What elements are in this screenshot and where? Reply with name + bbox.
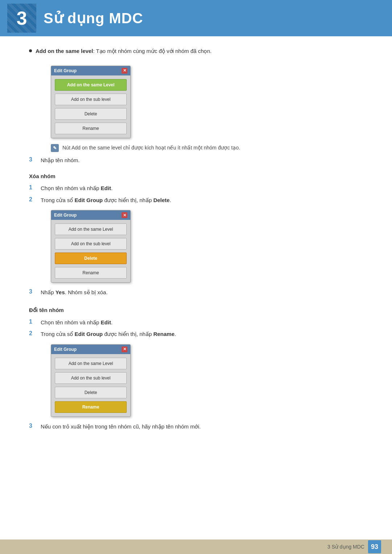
dialog-titlebar-1: Edit Group ✕: [51, 66, 130, 75]
doi-ten-nhom-heading: Đổi tên nhóm: [29, 307, 363, 313]
xoa-step3-number: 3: [29, 288, 36, 295]
btn-add-same-level-3[interactable]: Add on the same Level: [55, 358, 127, 369]
btn-add-same-level-1[interactable]: Add on the same Level: [55, 79, 127, 91]
add-same-level-text: Add on the same level: Tạo một nhóm cùng…: [36, 47, 212, 56]
doi-ten-nhom-section: Đổi tên nhóm 1 Chọn tên nhóm và nhấp Edi…: [29, 307, 363, 431]
doi-step2-bold2: Rename: [153, 331, 174, 337]
footer-label: 3 Sử dụng MDC: [327, 544, 364, 550]
xoa-step1-bold: Edit: [101, 185, 111, 191]
xoa-step3-text: Nhấp Yes. Nhóm sẽ bị xóa.: [41, 288, 108, 297]
btn-rename-2[interactable]: Rename: [55, 267, 127, 279]
step3-text: Nhập tên nhóm.: [41, 156, 79, 165]
edit-group-dialog-2: Edit Group ✕ Add on the same Level Add o…: [51, 210, 131, 283]
footer-section-label: 3 Sử dụng MDC 93: [327, 540, 381, 553]
step3-add-group: 3 Nhập tên nhóm.: [29, 156, 363, 165]
xoa-step2: 2 Trong cửa sổ Edit Group được hiển thị,…: [29, 196, 363, 205]
btn-add-same-level-2[interactable]: Add on the same Level: [55, 223, 127, 235]
note-row-1: ✎ Nút Add on the same level chỉ được kíc…: [51, 144, 363, 152]
btn-rename-3[interactable]: Rename: [55, 401, 127, 413]
dialog-add-same-level-wrapper: Edit Group ✕ Add on the same Level Add o…: [51, 66, 363, 138]
step3-number: 3: [29, 156, 36, 163]
xoa-nhom-section: Xóa nhóm 1 Chọn tên nhóm và nhấp Edit. 2…: [29, 173, 363, 297]
doi-step1-number: 1: [29, 319, 36, 325]
xoa-step2-bold2: Delete: [153, 197, 170, 203]
dialog-title-1: Edit Group: [54, 68, 77, 73]
btn-delete-1[interactable]: Delete: [55, 108, 127, 120]
xoa-step2-number: 2: [29, 196, 36, 203]
doi-step2-bold1: Edit Group: [74, 331, 103, 337]
doi-step1-bold: Edit: [101, 319, 111, 325]
dialog-body-2: Add on the same Level Add on the sub lev…: [51, 220, 130, 282]
btn-add-sub-level-1[interactable]: Add on the sub level: [55, 94, 127, 105]
doi-step1: 1 Chọn tên nhóm và nhấp Edit.: [29, 319, 363, 327]
edit-group-dialog-3: Edit Group ✕ Add on the same Level Add o…: [51, 344, 131, 417]
xoa-step1: 1 Chọn tên nhóm và nhấp Edit.: [29, 184, 363, 193]
dialog-body-1: Add on the same Level Add on the sub lev…: [51, 75, 130, 138]
btn-delete-2[interactable]: Delete: [55, 253, 127, 264]
dialog-titlebar-3: Edit Group ✕: [51, 345, 130, 354]
note-icon-1: ✎: [51, 144, 59, 152]
doi-step3-text: Nếu con trỏ xuất hiện trong tên nhóm cũ,…: [41, 423, 201, 431]
bullet-dot: [29, 49, 32, 52]
doi-step2-number: 2: [29, 330, 36, 337]
xoa-step2-bold1: Edit Group: [74, 197, 103, 203]
note-text-1: Nút Add on the same level chỉ được kích …: [62, 144, 240, 152]
chapter-number: 3: [7, 4, 36, 33]
btn-add-sub-level-2[interactable]: Add on the sub level: [55, 238, 127, 250]
dialog-close-btn-1[interactable]: ✕: [122, 68, 127, 74]
dialog-title-3: Edit Group: [54, 347, 77, 352]
btn-add-sub-level-3[interactable]: Add on the sub level: [55, 372, 127, 384]
doi-step3: 3 Nếu con trỏ xuất hiện trong tên nhóm c…: [29, 423, 363, 431]
doi-step1-text: Chọn tên nhóm và nhấp Edit.: [41, 319, 113, 327]
add-same-level-description: : Tạo một nhóm cùng mức độ với nhóm đã c…: [93, 48, 212, 54]
dialog-body-3: Add on the same Level Add on the sub lev…: [51, 354, 130, 416]
add-same-level-label: Add on the same level: [36, 48, 93, 54]
chapter-title: Sử dụng MDC: [44, 10, 143, 26]
btn-delete-3[interactable]: Delete: [55, 387, 127, 398]
dialog-close-btn-3[interactable]: ✕: [122, 346, 127, 352]
xoa-step3: 3 Nhấp Yes. Nhóm sẽ bị xóa.: [29, 288, 363, 297]
xoa-step1-number: 1: [29, 184, 36, 191]
xoa-step2-text: Trong cửa sổ Edit Group được hiển thị, n…: [41, 196, 171, 205]
page-header: 3 Sử dụng MDC: [0, 0, 392, 36]
main-content: Add on the same level: Tạo một nhóm cùng…: [0, 47, 392, 470]
dialog-delete-wrapper: Edit Group ✕ Add on the same Level Add o…: [51, 210, 363, 283]
xoa-step3-bold: Yes: [56, 289, 65, 295]
xoa-nhom-heading: Xóa nhóm: [29, 173, 363, 179]
doi-step2-text: Trong cửa sổ Edit Group được hiển thị, n…: [41, 330, 176, 338]
dialog-titlebar-2: Edit Group ✕: [51, 210, 130, 220]
dialog-title-2: Edit Group: [54, 213, 77, 218]
edit-group-dialog-1: Edit Group ✕ Add on the same Level Add o…: [51, 66, 131, 138]
page-footer: 3 Sử dụng MDC 93: [0, 539, 392, 554]
footer-page-number: 93: [368, 540, 381, 553]
dialog-rename-wrapper: Edit Group ✕ Add on the same Level Add o…: [51, 344, 363, 417]
btn-rename-1[interactable]: Rename: [55, 123, 127, 134]
doi-step3-number: 3: [29, 423, 36, 429]
doi-step2: 2 Trong cửa sổ Edit Group được hiển thị,…: [29, 330, 363, 338]
add-same-level-section: Add on the same level: Tạo một nhóm cùng…: [29, 47, 363, 56]
dialog-close-btn-2[interactable]: ✕: [122, 212, 127, 218]
xoa-step1-text: Chọn tên nhóm và nhấp Edit.: [41, 184, 113, 193]
